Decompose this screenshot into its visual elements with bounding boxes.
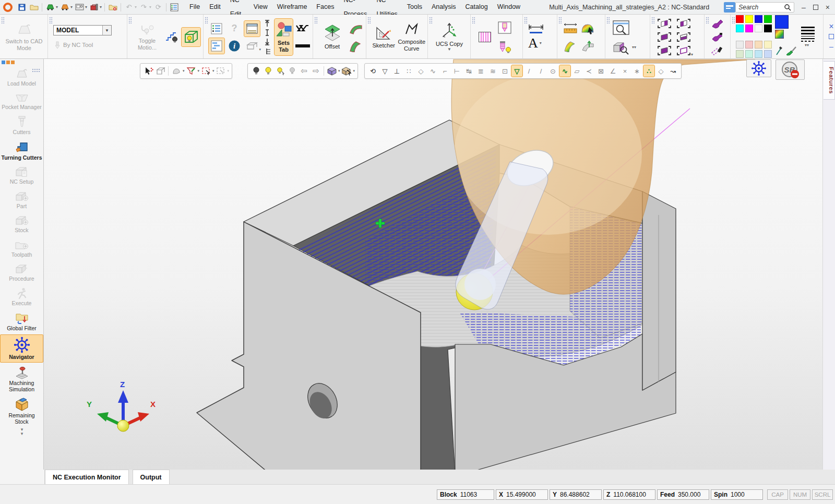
menu-window[interactable]: Window — [493, 0, 525, 14]
chevron-down-icon[interactable]: ▾ — [100, 5, 102, 9]
sidebar-item-toolpath[interactable]: Toolpath — [0, 236, 43, 261]
paint-solid-button[interactable] — [710, 31, 725, 43]
arrow-down-limit-icon[interactable] — [262, 38, 272, 46]
swatch-light-yellow[interactable] — [764, 41, 772, 49]
close-documents-icon[interactable] — [108, 2, 118, 13]
offset-tool-icon[interactable]: ▱ — [571, 65, 582, 77]
sidebar-item-part[interactable]: Part — [0, 188, 43, 212]
select-cursor-icon[interactable] — [143, 65, 154, 77]
curvature-swoosh-button[interactable] — [563, 38, 578, 54]
pick-solid-view-icon[interactable] — [341, 65, 352, 77]
surface-analysis-button[interactable] — [580, 21, 596, 37]
preview-window-button[interactable] — [611, 19, 631, 38]
swatch-magenta[interactable] — [745, 25, 753, 32]
monitor-window-button[interactable] — [244, 21, 260, 37]
paint-hatch-button[interactable] — [710, 44, 725, 57]
tab-nc-execution-monitor[interactable]: NC Execution Monitor — [45, 470, 129, 484]
sidebar-item-machining-simulation[interactable]: Machining Simulation — [0, 363, 43, 395]
tool-hatch-button[interactable] — [476, 28, 494, 46]
pick-show-bulb-icon[interactable] — [287, 65, 297, 77]
menu-analysis[interactable]: Analysis — [427, 0, 461, 14]
app-logo-icon[interactable] — [3, 3, 13, 12]
rotate-view-icon[interactable]: ⟲ — [367, 65, 378, 77]
edges-filter-icon[interactable]: ⌐ — [439, 65, 450, 77]
sidebar-item-cutters[interactable]: Cutters — [0, 113, 43, 138]
bounding-box-4-button[interactable] — [675, 31, 693, 43]
bounding-box-6-button[interactable]: ▾ — [675, 44, 693, 57]
points-filter-icon[interactable]: ∷ — [403, 65, 414, 77]
display-filter-icon[interactable]: ▽ — [379, 65, 390, 77]
paint-faces-button[interactable] — [710, 17, 725, 30]
tool-shank-bulb-button[interactable] — [496, 38, 514, 56]
save-icon[interactable] — [17, 2, 27, 13]
sets-tab-button[interactable]: Sets Tab — [275, 19, 293, 55]
solid-bar-button[interactable] — [295, 38, 311, 54]
screen-capture-icon[interactable] — [74, 2, 85, 13]
viewport-3d[interactable]: Z Y X ▾ ▾ ▾ ▾ ⇦ ⇨ — [44, 59, 822, 470]
trim-tool-icon[interactable]: ⊠ — [595, 65, 606, 77]
line-style-buttons[interactable] — [801, 36, 815, 42]
menu-faces[interactable]: Faces — [312, 0, 339, 14]
unfold-box-button[interactable]: ▾ — [244, 38, 260, 54]
drag-handle-icon[interactable] — [32, 68, 40, 72]
trajectory-zigzag-button[interactable] — [295, 21, 311, 37]
minimize-button[interactable]: – — [802, 4, 806, 11]
search-input[interactable]: Search — [735, 2, 794, 13]
procedure-list-button[interactable] — [209, 21, 224, 37]
selection-filter-icon[interactable] — [186, 65, 197, 77]
swatch-red[interactable] — [736, 15, 744, 23]
machining-scene[interactable]: Z Y X — [44, 59, 822, 470]
sidebar-collapse-chevron[interactable]: ▾▾ — [0, 427, 43, 436]
axes-filter-icon[interactable]: ⊢ — [451, 65, 462, 77]
menu-wireframe[interactable]: Wireframe — [272, 0, 312, 14]
close-document-icon[interactable]: × — [829, 23, 833, 30]
gantt-view-button[interactable] — [209, 38, 224, 54]
switch-to-cad-button[interactable]: Switch to CAD Mode — [5, 18, 43, 56]
sidebar-item-global-filter[interactable]: Global Filter — [0, 309, 43, 334]
chevron-down-icon[interactable]: ▼ — [102, 26, 111, 35]
close-button[interactable]: × — [826, 4, 830, 11]
swatch-green[interactable] — [764, 15, 772, 23]
ucs-copy-button[interactable]: UCS Copy ▼ — [433, 18, 466, 56]
simulation-blocked-button[interactable]: SB — [776, 59, 805, 80]
open-folder-icon[interactable] — [29, 2, 39, 13]
sidebar-item-navigator[interactable]: Navigator — [0, 334, 43, 363]
shaded-view-icon[interactable] — [326, 65, 337, 77]
menu-file[interactable]: File — [185, 0, 205, 14]
swatch-yellow[interactable] — [745, 15, 753, 23]
show-only-bulb-icon[interactable] — [275, 65, 285, 77]
tab-features[interactable]: Features — [824, 61, 835, 100]
angle-tool-icon[interactable]: ∠ — [607, 65, 618, 77]
bounding-box-5-button[interactable] — [655, 44, 673, 57]
xyz-point-icon[interactable]: ∗ — [631, 65, 642, 77]
load-model-orange-icon[interactable] — [59, 2, 70, 13]
minimize-document-icon[interactable]: – — [829, 43, 833, 50]
info-button[interactable]: i — [226, 38, 242, 54]
swatch-light-violet[interactable] — [764, 50, 772, 58]
sidebar-item-procedure[interactable]: Procedure — [0, 260, 43, 285]
hide-bulb-icon[interactable] — [250, 65, 261, 77]
line-tool-icon[interactable]: / — [523, 65, 534, 77]
sidebar-item-turning-cutters[interactable]: Turning Cutters — [0, 138, 43, 164]
spline-tool-icon[interactable]: ∿ — [559, 65, 570, 77]
chevron-double-down-icon[interactable]: ▾ — [691, 53, 693, 57]
select-face-icon[interactable] — [171, 65, 182, 77]
next-view-icon[interactable]: ⇨ — [311, 65, 321, 77]
box-snap-icon[interactable]: ◇ — [655, 65, 666, 77]
examine-solid-button[interactable] — [611, 40, 630, 55]
navigator-toggle-button[interactable] — [746, 59, 771, 77]
refresh-icon[interactable]: ⟳ — [153, 2, 163, 13]
swatch-black[interactable] — [764, 25, 772, 32]
load-model-green-icon[interactable] — [45, 2, 55, 13]
select-solid-icon[interactable] — [155, 65, 166, 77]
swatch-cyan[interactable] — [736, 25, 744, 32]
feature-list-icon[interactable] — [169, 2, 180, 13]
restore-button[interactable] — [813, 5, 818, 10]
sketcher-button[interactable]: Sketcher — [372, 18, 396, 56]
offset-button[interactable]: Offset — [318, 18, 346, 56]
chevron-down-icon[interactable]: ▾ — [85, 5, 87, 9]
model-dropdown[interactable]: MODEL ▼ — [53, 25, 112, 35]
dimension-filter-icon[interactable]: ↹ — [463, 65, 474, 77]
chevron-down-icon[interactable]: ▾ — [56, 5, 58, 9]
swatch-light-green[interactable] — [736, 50, 744, 58]
